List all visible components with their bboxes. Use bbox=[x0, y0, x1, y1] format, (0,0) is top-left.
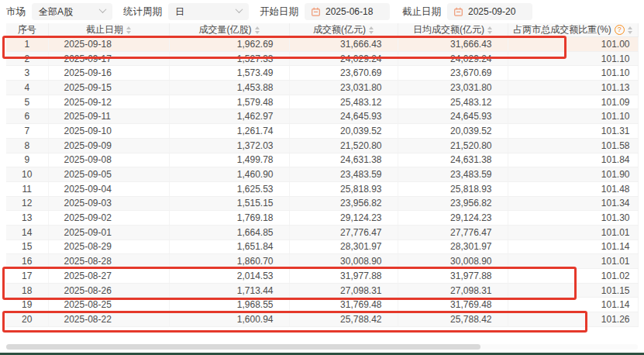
table-row: 1 2025-09-18 1,962.69 31,666.43 31,666.4… bbox=[6, 37, 638, 52]
cell-amount: 31,769.48 bbox=[289, 298, 398, 312]
cell-volume: 2,014.53 bbox=[169, 269, 289, 284]
cell-daily-avg-amount: 21,520.80 bbox=[398, 138, 508, 153]
cell-index: 18 bbox=[6, 283, 48, 298]
cell-amount: 30,008.90 bbox=[289, 254, 398, 269]
cell-volume: 1,453.88 bbox=[169, 81, 289, 95]
period-select[interactable]: 日 bbox=[168, 3, 249, 20]
cell-daily-avg-amount: 27,776.47 bbox=[398, 225, 508, 240]
cell-index: 8 bbox=[6, 138, 48, 153]
cell-volume: 1,527.33 bbox=[169, 51, 289, 66]
cell-volume: 1,261.74 bbox=[169, 124, 289, 139]
sort-icon[interactable] bbox=[369, 26, 374, 34]
cell-pct-of-total: 101.01 bbox=[508, 254, 638, 269]
calendar-icon bbox=[311, 7, 321, 17]
cell-volume: 1,573.49 bbox=[169, 66, 289, 81]
col-header-index: 序号 bbox=[6, 23, 48, 37]
cell-daily-avg-amount: 30,008.90 bbox=[398, 254, 508, 269]
cell-volume: 1,625.53 bbox=[169, 181, 289, 196]
cell-index: 14 bbox=[6, 225, 48, 240]
market-select-value: 全部A股 bbox=[39, 5, 73, 19]
col-header-end-date[interactable]: 截止日期 bbox=[48, 23, 169, 37]
cell-index: 1 bbox=[6, 37, 48, 52]
cell-pct-of-total: 101.10 bbox=[508, 66, 638, 81]
table-header-row: 序号 截止日期 成交量(亿股) 成交额(亿元) bbox=[6, 23, 638, 37]
cell-volume: 1,651.84 bbox=[169, 240, 289, 254]
start-date-picker[interactable]: 2025-06-18 bbox=[305, 3, 390, 20]
cell-index: 19 bbox=[6, 298, 48, 312]
end-date-picker[interactable]: 2025-09-20 bbox=[447, 3, 532, 20]
cell-end-date: 2025-08-26 bbox=[48, 283, 169, 298]
period-select-value: 日 bbox=[175, 5, 184, 19]
cell-index: 2 bbox=[6, 51, 48, 66]
market-label: 市场 bbox=[6, 5, 26, 19]
cell-end-date: 2025-09-01 bbox=[48, 225, 169, 240]
cell-end-date: 2025-09-16 bbox=[48, 66, 169, 81]
col-header-volume[interactable]: 成交量(亿股) bbox=[169, 23, 289, 37]
cell-amount: 23,956.82 bbox=[289, 196, 398, 211]
sort-icon[interactable] bbox=[126, 26, 131, 34]
table-row: 13 2025-09-02 1,769.18 29,124.23 29,124.… bbox=[6, 211, 638, 226]
cell-index: 4 bbox=[6, 81, 48, 95]
cell-pct-of-total: 101.14 bbox=[508, 298, 638, 312]
cell-end-date: 2025-09-02 bbox=[48, 211, 169, 226]
cell-volume: 1,462.97 bbox=[169, 109, 289, 124]
cell-pct-of-total: 101.15 bbox=[508, 283, 638, 298]
cell-end-date: 2025-08-22 bbox=[48, 312, 169, 327]
table-row: 17 2025-08-27 2,014.53 31,977.88 31,977.… bbox=[6, 269, 638, 284]
col-header-daily-avg-amount[interactable]: 日均成交额(亿元) bbox=[398, 23, 508, 37]
cell-pct-of-total: 101.01 bbox=[508, 225, 638, 240]
cell-pct-of-total: 101.31 bbox=[508, 124, 638, 139]
cell-pct-of-total: 101.10 bbox=[508, 51, 638, 66]
cell-index: 15 bbox=[6, 240, 48, 254]
sort-icon[interactable] bbox=[255, 26, 260, 34]
cell-index: 17 bbox=[6, 269, 48, 284]
cell-pct-of-total: 101.14 bbox=[508, 240, 638, 254]
cell-daily-avg-amount: 31,769.48 bbox=[398, 298, 508, 312]
market-select[interactable]: 全部A股 bbox=[32, 3, 112, 20]
col-header-pct-of-total[interactable]: 占两市总成交额比重(%) ? bbox=[508, 23, 638, 37]
cell-pct-of-total: 101.90 bbox=[508, 167, 638, 182]
cell-amount: 27,776.47 bbox=[289, 225, 398, 240]
cell-volume: 1,713.44 bbox=[169, 283, 289, 298]
table-row: 16 2025-08-28 1,860.70 30,008.90 30,008.… bbox=[6, 254, 638, 269]
cell-pct-of-total: 101.09 bbox=[508, 95, 638, 109]
chevron-down-icon bbox=[236, 5, 243, 13]
table-row: 9 2025-09-08 1,499.78 24,631.38 24,631.3… bbox=[6, 153, 638, 167]
table-body: 1 2025-09-18 1,962.69 31,666.43 31,666.4… bbox=[6, 37, 638, 327]
cell-amount: 31,977.88 bbox=[289, 269, 398, 284]
cell-pct-of-total: 101.34 bbox=[508, 196, 638, 211]
cell-daily-avg-amount: 25,483.12 bbox=[398, 95, 508, 109]
table-row: 11 2025-09-04 1,625.53 25,818.93 25,818.… bbox=[6, 181, 638, 196]
sort-icon[interactable] bbox=[628, 26, 632, 34]
cell-daily-avg-amount: 23,670.69 bbox=[398, 66, 508, 81]
market-stats-page: 市场 全部A股 统计周期 日 开始日期 2025-06-18 截止日期 bbox=[0, 0, 644, 355]
cell-end-date: 2025-08-25 bbox=[48, 298, 169, 312]
table-row: 20 2025-08-22 1,600.94 25,788.42 25,788.… bbox=[6, 312, 638, 327]
table-row: 15 2025-08-29 1,651.84 28,301.97 28,301.… bbox=[6, 240, 638, 254]
end-date-label: 截止日期 bbox=[402, 5, 441, 19]
cell-volume: 1,664.85 bbox=[169, 225, 289, 240]
cell-end-date: 2025-09-08 bbox=[48, 153, 169, 167]
cell-end-date: 2025-09-10 bbox=[48, 124, 169, 139]
horizontal-scrollbar-track[interactable] bbox=[6, 344, 638, 350]
cell-pct-of-total: 101.02 bbox=[508, 269, 638, 284]
start-date-value: 2025-06-18 bbox=[325, 6, 373, 17]
sort-icon[interactable] bbox=[487, 26, 492, 34]
cell-end-date: 2025-08-27 bbox=[48, 269, 169, 284]
cell-amount: 31,666.43 bbox=[289, 37, 398, 52]
cell-amount: 21,520.80 bbox=[289, 138, 398, 153]
cell-end-date: 2025-09-17 bbox=[48, 51, 169, 66]
col-header-amount[interactable]: 成交额(亿元) bbox=[289, 23, 398, 37]
cell-amount: 24,029.24 bbox=[289, 51, 398, 66]
cell-daily-avg-amount: 25,818.93 bbox=[398, 181, 508, 196]
cell-end-date: 2025-09-15 bbox=[48, 81, 169, 95]
table-row: 12 2025-09-03 1,515.15 23,956.82 23,956.… bbox=[6, 196, 638, 211]
cell-volume: 1,515.15 bbox=[169, 196, 289, 211]
horizontal-scrollbar-thumb[interactable] bbox=[6, 344, 480, 350]
cell-end-date: 2025-09-09 bbox=[48, 138, 169, 153]
cell-amount: 24,631.38 bbox=[289, 153, 398, 167]
cell-daily-avg-amount: 29,124.23 bbox=[398, 211, 508, 226]
cell-daily-avg-amount: 20,039.52 bbox=[398, 124, 508, 139]
help-circle-icon[interactable]: ? bbox=[615, 25, 625, 35]
cell-volume: 1,460.90 bbox=[169, 167, 289, 182]
